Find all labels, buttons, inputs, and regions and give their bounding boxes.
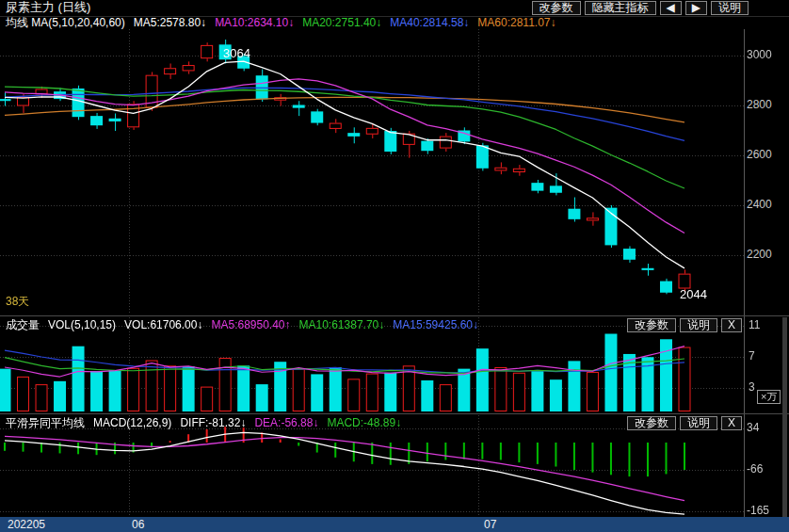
macd-indicator-bar: 平滑异同平均线 MACD(12,26,9) DIFF:-81.32↓ DEA:-…	[6, 416, 401, 429]
volume-ma15-value: MA15:59425.60↓	[393, 318, 478, 331]
panel-divider	[0, 315, 789, 316]
date-label-202205: 202205	[8, 518, 45, 531]
macd-close-button[interactable]: X	[721, 416, 742, 430]
macd-title: 平滑异同平均线	[6, 416, 85, 429]
ma40-value: MA40:2814.58↓	[390, 16, 469, 29]
candlestick-chart[interactable]	[0, 29, 744, 314]
macd-tick-34: 34	[747, 422, 759, 434]
date-label-06: 06	[132, 518, 144, 531]
ma-label: 均线 MA(5,10,20,40,60)	[6, 16, 125, 29]
ma20-value: MA20:2751.40↓	[302, 16, 381, 29]
scroll-left-arrow-icon[interactable]: ◀	[660, 1, 682, 15]
macd-chart[interactable]	[0, 415, 744, 517]
price-tick-2600: 2600	[747, 149, 772, 161]
futures-chart-window: 尿素主力 (日线) 改参数 隐藏主指标 ◀ ▶ 说明 均线 MA(5,10,20…	[0, 0, 789, 532]
volume-params: VOL(5,10,15)	[48, 318, 116, 331]
volume-value: VOL:61706.00↓	[124, 318, 202, 331]
volume-title: 成交量	[6, 318, 40, 331]
macd-help-button[interactable]: 说明	[680, 416, 717, 430]
macd-dea-value: DEA:-56.88↓	[254, 416, 318, 429]
ma5-value: MA5:2578.80↓	[134, 16, 206, 29]
hide-main-indicator-button[interactable]: 隐藏主指标	[585, 1, 656, 15]
volume-indicator-bar: 成交量 VOL(5,10,15) VOL:61706.00↓ MA5:68950…	[6, 318, 478, 331]
volume-unit-label: ×万	[757, 390, 781, 404]
ma-indicator-bar: 均线 MA(5,10,20,40,60) MA5:2578.80↓ MA10:2…	[6, 16, 556, 29]
price-tick-2200: 2200	[747, 249, 772, 261]
volume-tick-11: 11	[749, 319, 760, 331]
macd-change-params-button[interactable]: 改参数	[627, 416, 676, 430]
price-tick-2800: 2800	[747, 99, 772, 111]
volume-tick-3: 3	[749, 381, 755, 394]
date-label-07: 07	[484, 518, 496, 531]
page-title: 尿素主力 (日线)	[6, 0, 90, 16]
price-tick-2400: 2400	[747, 199, 772, 211]
scroll-right-arrow-icon[interactable]: ▶	[685, 1, 707, 15]
volume-ma10-value: MA10:61387.70↓	[299, 318, 385, 331]
peak-price-label: 3064	[223, 47, 250, 59]
volume-help-button[interactable]: 说明	[680, 318, 717, 332]
volume-close-button[interactable]: X	[721, 318, 742, 332]
macd-diff-value: DIFF:-81.32↓	[180, 416, 246, 429]
macd-panel-toolbar: 改参数 说明 X	[627, 416, 742, 430]
help-button[interactable]: 说明	[711, 1, 749, 15]
change-params-button[interactable]: 改参数	[532, 1, 581, 15]
volume-tick-7: 7	[749, 350, 755, 363]
macd-params: MACD(12,26,9)	[93, 416, 171, 429]
price-tick-3000: 3000	[747, 49, 772, 61]
ma60-value: MA60:2811.07↓	[477, 16, 556, 29]
macd-tick-neg66: -66	[747, 463, 763, 476]
panel-divider	[0, 413, 789, 414]
volume-panel-toolbar: 改参数 说明 X	[627, 318, 742, 332]
volume-ma5-value: MA5:68950.40↑	[211, 318, 290, 331]
volume-change-params-button[interactable]: 改参数	[627, 318, 676, 332]
scrollbar[interactable]	[782, 317, 787, 517]
low-price-label: 2044	[680, 288, 707, 300]
macd-hist-value: MACD:-48.89↓	[327, 416, 401, 429]
macd-tick-neg165: -165	[747, 505, 769, 517]
ma10-value: MA10:2634.10↓	[215, 16, 294, 29]
date-axis: 202205 06 07	[0, 517, 789, 532]
top-toolbar: 改参数 隐藏主指标 ◀ ▶ 说明	[532, 1, 749, 15]
days-count-label: 38天	[6, 296, 29, 308]
axis-border	[744, 29, 745, 517]
